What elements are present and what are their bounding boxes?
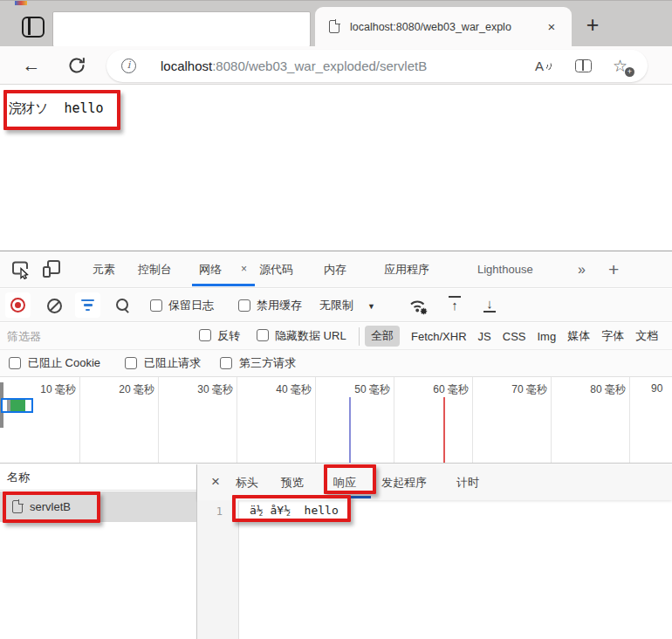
new-tab-button[interactable]: + xyxy=(579,12,606,38)
table-row[interactable]: servletB xyxy=(0,491,196,522)
close-details-icon[interactable]: × xyxy=(206,464,225,500)
requests-table: 名称 servletB xyxy=(0,464,197,639)
tab-elements[interactable]: 元素 xyxy=(93,251,115,287)
third-party-label: 第三方请求 xyxy=(239,350,296,376)
tab-sources[interactable]: 源代码 xyxy=(259,251,293,287)
workspaces-icon[interactable] xyxy=(22,17,45,38)
url-host: localhost xyxy=(161,58,212,73)
browser-tab[interactable]: localhost:8080/web03_war_explo × xyxy=(315,7,572,47)
tabstrip-search-box[interactable] xyxy=(52,11,311,47)
filter-input[interactable] xyxy=(7,326,164,346)
throttling-value: 无限制 xyxy=(319,299,353,312)
invert-checkbox[interactable] xyxy=(199,329,211,341)
url-text: localhost:8080/web03_war_exploded/servle… xyxy=(161,50,427,82)
tick-90ms: 90 xyxy=(651,382,672,395)
tick-40ms: 40 毫秒 xyxy=(261,382,312,397)
url-path: :8080/web03_war_exploded/servletB xyxy=(212,58,427,73)
filter-toggle-button[interactable] xyxy=(75,292,100,318)
clear-icon[interactable] xyxy=(47,299,62,313)
export-har-icon[interactable]: ↓ xyxy=(481,296,498,315)
browser-tab-strip: localhost:8080/web03_war_explo × + xyxy=(0,0,672,46)
active-details-tab-underline xyxy=(326,496,371,498)
filter-chip-media[interactable]: 媒体 xyxy=(567,328,590,344)
filter-chip-fetch-xhr[interactable]: Fetch/XHR xyxy=(411,330,467,343)
network-filter-row: 反转 隐藏数据 URL 全部 Fetch/XHR JS CSS Img 媒体 字… xyxy=(0,323,672,350)
active-tab-underline xyxy=(192,284,255,286)
tab-initiator[interactable]: 发起程序 xyxy=(381,464,427,500)
tab-close-icon[interactable]: × xyxy=(542,17,561,37)
page-viewport: 浣犲ソ hello xyxy=(0,86,672,251)
hide-data-urls-label: 隐藏数据 URL xyxy=(275,323,346,349)
record-button[interactable] xyxy=(5,292,31,318)
tab-application[interactable]: 应用程序 xyxy=(384,251,429,287)
tab-response[interactable]: 响应 xyxy=(333,464,356,500)
request-document-icon xyxy=(12,500,23,513)
search-icon[interactable] xyxy=(116,299,131,313)
request-waterfall-bar[interactable] xyxy=(1,398,33,413)
site-info-icon[interactable]: i xyxy=(121,58,136,73)
reload-button[interactable] xyxy=(66,55,87,76)
network-toolbar: 保留日志 禁用缓存 无限制▼ ↑ ↓ xyxy=(0,289,672,322)
preserve-log-checkbox[interactable] xyxy=(150,299,162,312)
tick-80ms: 80 毫秒 xyxy=(575,382,626,397)
filter-icon xyxy=(81,299,94,311)
tab-network-close-icon[interactable]: × xyxy=(241,251,247,287)
tick-50ms: 50 毫秒 xyxy=(339,382,390,397)
request-name: servletB xyxy=(30,491,71,522)
blocked-requests-checkbox[interactable] xyxy=(125,357,137,369)
tick-70ms: 70 毫秒 xyxy=(497,382,547,397)
browser-toolbar: ← i localhost:8080/web03_war_exploded/se… xyxy=(0,46,672,85)
network-conditions-icon[interactable] xyxy=(407,296,430,319)
tab-headers[interactable]: 标头 xyxy=(236,464,258,500)
filter-chip-js[interactable]: JS xyxy=(478,330,491,343)
devtools-tab-bar: 元素 控制台 网络 × 源代码 内存 应用程序 Lighthouse » + xyxy=(0,251,672,288)
back-button[interactable]: ← xyxy=(19,53,44,78)
address-bar[interactable]: i localhost:8080/web03_war_exploded/serv… xyxy=(106,50,648,82)
blocked-filter-row: 已阻止 Cookie 已阻止请求 第三方请求 xyxy=(0,350,672,376)
throttling-dropdown[interactable]: 无限制▼ xyxy=(319,289,375,321)
inspect-element-icon[interactable] xyxy=(10,259,31,282)
add-panel-icon[interactable]: + xyxy=(608,251,619,287)
load-event-marker xyxy=(443,397,445,464)
add-favorite-icon[interactable]: ☆+ xyxy=(613,57,632,76)
tab-timing[interactable]: 计时 xyxy=(456,464,479,500)
tab-network[interactable]: 网络 xyxy=(199,251,222,287)
read-aloud-icon[interactable]: A xyxy=(535,58,554,75)
filter-chip-img[interactable]: Img xyxy=(537,330,556,343)
filter-chip-css[interactable]: CSS xyxy=(503,330,526,343)
disable-cache-label: 禁用缓存 xyxy=(257,289,302,321)
filter-chip-all[interactable]: 全部 xyxy=(365,326,400,347)
column-header-name[interactable]: 名称 xyxy=(0,464,196,491)
more-tabs-icon[interactable]: » xyxy=(578,251,586,287)
blocked-cookies-label: 已阻止 Cookie xyxy=(28,350,100,376)
disable-cache-checkbox[interactable] xyxy=(238,299,250,312)
blocked-requests-label: 已阻止请求 xyxy=(144,350,201,376)
tab-memory[interactable]: 内存 xyxy=(324,251,346,287)
tick-20ms: 20 毫秒 xyxy=(104,382,154,397)
request-details-panel: × 标头 预览 响应 发起程序 计时 1 ä½ å¥½ hello xyxy=(197,464,672,639)
tick-30ms: 30 毫秒 xyxy=(182,382,233,397)
line-number-gutter: 1 xyxy=(197,500,239,639)
third-party-checkbox[interactable] xyxy=(220,357,232,369)
filter-chip-doc[interactable]: 文档 xyxy=(635,328,658,344)
page-document-icon xyxy=(329,20,339,33)
tick-10ms: 10 毫秒 xyxy=(25,382,76,397)
filter-chip-font[interactable]: 字体 xyxy=(601,328,624,344)
blocked-cookies-checkbox[interactable] xyxy=(9,357,21,369)
window-edge-decoration xyxy=(15,1,27,5)
favorite-plus-badge: + xyxy=(625,67,634,77)
tab-console[interactable]: 控制台 xyxy=(138,251,172,287)
network-overview-timeline[interactable]: 10 毫秒 20 毫秒 30 毫秒 40 毫秒 50 毫秒 60 毫秒 70 毫… xyxy=(0,376,672,464)
device-toolbar-icon[interactable] xyxy=(43,260,62,279)
page-body-text: 浣犲ソ hello xyxy=(9,100,104,117)
tab-title: localhost:8080/web03_war_explo xyxy=(350,7,540,47)
dropdown-caret-icon: ▼ xyxy=(367,302,375,311)
invert-label: 反转 xyxy=(217,323,240,349)
tab-preview[interactable]: 预览 xyxy=(281,464,304,500)
split-screen-icon[interactable] xyxy=(575,59,592,72)
tab-lighthouse[interactable]: Lighthouse xyxy=(477,251,533,287)
preserve-log-label: 保留日志 xyxy=(168,289,214,321)
hide-data-urls-checkbox[interactable] xyxy=(257,329,269,341)
import-har-icon[interactable]: ↑ xyxy=(446,296,463,315)
record-icon xyxy=(10,298,25,313)
